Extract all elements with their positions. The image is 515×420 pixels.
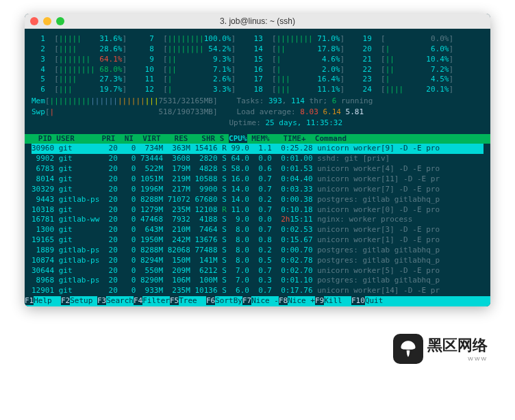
terminal-content[interactable]: 1 [||||| 31.6%] 7 [||||||||100.0%] 13 [|… bbox=[25, 29, 490, 306]
process-row[interactable]: 12901 git 20 0 933M 235M 10136 S 6.0 0.7… bbox=[32, 286, 483, 296]
process-header[interactable]: PID USER PRI NI VIRT RES SHR S CPU% MEM%… bbox=[25, 134, 490, 144]
cpu-meters: 1 [||||| 31.6%] 7 [||||||||100.0%] 13 [|… bbox=[32, 34, 483, 95]
process-row[interactable]: 16781 gitlab-ww 20 0 47468 7932 4188 S 9… bbox=[32, 215, 483, 225]
process-row[interactable]: 30960 git 20 0 734M 363M 15416 R 99.0 1.… bbox=[32, 144, 483, 154]
titlebar[interactable]: 3. job@linus: ~ (ssh) bbox=[25, 14, 490, 29]
site-logo: 黑区网络 WWW bbox=[0, 320, 515, 371]
fkey-f10[interactable]: F10Quit bbox=[351, 296, 392, 306]
process-row[interactable]: 10318 git 20 0 1279M 235M 12108 R 11.0 0… bbox=[32, 205, 483, 215]
function-keys[interactable]: F1Help F2Setup F3SearchF4FilterF5Tree F6… bbox=[25, 296, 490, 306]
process-row[interactable]: 8014 git 20 0 1051M 219M 10588 S 16.0 0.… bbox=[32, 174, 483, 185]
process-row[interactable]: 19165 git 20 0 1950M 242M 13676 S 8.0 0.… bbox=[32, 235, 483, 246]
fkey-f1[interactable]: F1Help bbox=[25, 296, 61, 306]
process-row[interactable]: 30644 git 20 0 550M 209M 6212 S 7.0 0.7 … bbox=[32, 266, 483, 276]
swap-meter: Swp[| 518/190733MB]Load average: 8.03 6.… bbox=[32, 107, 483, 118]
fkey-f6[interactable]: F6SortBy bbox=[206, 296, 242, 306]
process-row[interactable]: 1889 gitlab-ps 20 0 8288M 82068 77488 S … bbox=[32, 246, 483, 256]
fkey-f2[interactable]: F2Setup bbox=[61, 296, 97, 306]
fkey-f8[interactable]: F8Nice + bbox=[279, 296, 315, 306]
uptime: Uptime: 25 days, 11:35:32 bbox=[229, 118, 343, 129]
process-row[interactable]: 9902 git 20 0 73444 3608 2820 S 64.0 0.0… bbox=[32, 154, 483, 164]
process-row[interactable]: 8968 gitlab-ps 20 0 8290M 106M 100M S 7.… bbox=[32, 276, 483, 286]
load-average: Load average: 8.03 6.14 5.81 bbox=[237, 107, 364, 118]
process-row[interactable]: 6783 git 20 0 522M 179M 4828 S 58.0 0.6 … bbox=[32, 164, 483, 174]
process-row[interactable]: 10874 gitlab-ps 20 0 8294M 150M 141M S 8… bbox=[32, 256, 483, 266]
fkey-f3[interactable]: F3Search bbox=[97, 296, 134, 306]
fkey-f9[interactable]: F9Kill bbox=[315, 296, 351, 306]
window-title: 3. job@linus: ~ (ssh) bbox=[25, 16, 490, 26]
memory-meter: Mem[||||||||||||||||||||||||7531/32165MB… bbox=[32, 96, 483, 107]
process-row[interactable]: 9443 gitlab-ps 20 0 8288M 71072 67680 S … bbox=[32, 195, 483, 205]
mushroom-icon bbox=[393, 334, 423, 364]
terminal-window: 3. job@linus: ~ (ssh) 1 [||||| 31.6%] 7 … bbox=[25, 14, 490, 306]
tasks-line: Tasks: 393, 114 thr; 6 running bbox=[237, 96, 373, 107]
fkey-f7[interactable]: F7Nice - bbox=[242, 296, 279, 306]
fkey-f4[interactable]: F4Filter bbox=[134, 296, 170, 306]
process-row[interactable]: 1300 git 20 0 643M 210M 7464 S 8.0 0.7 0… bbox=[32, 225, 483, 235]
process-row[interactable]: 30329 git 20 0 1996M 217M 9900 S 14.0 0.… bbox=[32, 185, 483, 195]
fkey-f5[interactable]: F5Tree bbox=[170, 296, 206, 306]
process-list[interactable]: 30960 git 20 0 734M 363M 15416 R 99.0 1.… bbox=[32, 144, 483, 296]
